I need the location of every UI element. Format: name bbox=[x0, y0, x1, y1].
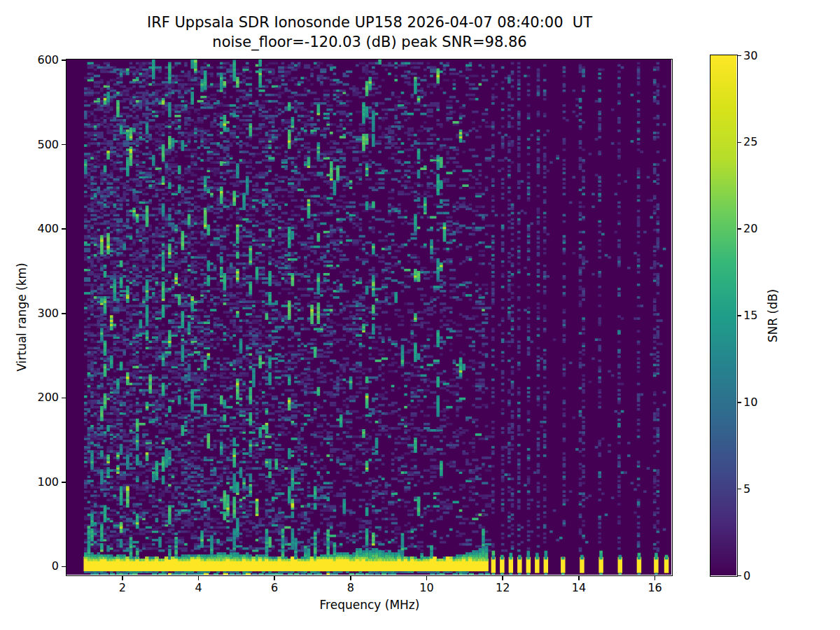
colorbar-tick-label-10: 10 bbox=[743, 396, 757, 410]
colorbar-tick-label-5: 5 bbox=[743, 482, 750, 496]
y-tick-label-100: 100 bbox=[21, 475, 59, 489]
y-tick-mark-200 bbox=[62, 398, 66, 399]
y-tick-mark-500 bbox=[62, 144, 66, 146]
colorbar-tick-label-0: 0 bbox=[743, 569, 750, 583]
x-tick-label-6: 6 bbox=[259, 581, 290, 594]
y-tick-mark-0 bbox=[62, 566, 66, 568]
x-tick-label-10: 10 bbox=[412, 581, 442, 594]
y-tick-mark-100 bbox=[62, 482, 66, 483]
x-tick-label-14: 14 bbox=[564, 581, 594, 594]
colorbar-tick-mark-25 bbox=[737, 142, 741, 144]
colorbar-tick-mark-15 bbox=[737, 315, 741, 316]
x-tick-mark-4 bbox=[198, 575, 200, 580]
colorbar-tick-mark-5 bbox=[737, 489, 741, 490]
x-tick-mark-2 bbox=[122, 575, 123, 580]
y-tick-mark-300 bbox=[62, 313, 66, 314]
colorbar-label: SNR (dB) bbox=[766, 289, 780, 342]
x-tick-mark-8 bbox=[350, 575, 351, 580]
y-tick-label-600: 600 bbox=[21, 53, 59, 67]
x-tick-label-12: 12 bbox=[487, 581, 518, 594]
chart-subtitle: noise_floor=-120.03 (dB) peak SNR=98.86 bbox=[67, 33, 672, 51]
x-tick-mark-16 bbox=[654, 575, 656, 580]
colorbar-tick-label-15: 15 bbox=[743, 309, 757, 323]
colorbar-tick-label-30: 30 bbox=[743, 49, 757, 63]
colorbar-frame bbox=[710, 55, 738, 577]
x-tick-label-16: 16 bbox=[640, 581, 671, 594]
colorbar-tick-label-20: 20 bbox=[743, 222, 757, 236]
x-tick-mark-10 bbox=[426, 575, 428, 580]
plot-frame bbox=[66, 59, 673, 576]
ionogram-heatmap bbox=[66, 59, 671, 575]
y-tick-label-200: 200 bbox=[21, 391, 59, 405]
y-tick-label-500: 500 bbox=[21, 138, 59, 152]
chart-title: IRF Uppsala SDR Ionosonde UP158 2026-04-… bbox=[67, 13, 672, 31]
colorbar-tick-mark-20 bbox=[737, 228, 741, 230]
y-tick-mark-400 bbox=[62, 228, 66, 230]
colorbar-tick-mark-30 bbox=[737, 55, 741, 57]
colorbar-tick-mark-0 bbox=[737, 575, 741, 577]
x-axis-label: Frequency (MHz) bbox=[67, 598, 672, 612]
y-tick-label-300: 300 bbox=[21, 307, 59, 321]
colorbar-gradient bbox=[710, 55, 736, 575]
x-tick-label-8: 8 bbox=[335, 581, 366, 594]
ionogram-figure: IRF Uppsala SDR Ionosonde UP158 2026-04-… bbox=[0, 0, 840, 630]
x-tick-mark-14 bbox=[578, 575, 580, 580]
x-tick-mark-12 bbox=[502, 575, 503, 580]
y-tick-label-0: 0 bbox=[21, 559, 59, 573]
x-tick-label-2: 2 bbox=[107, 581, 138, 594]
y-tick-label-400: 400 bbox=[21, 222, 59, 236]
x-tick-label-4: 4 bbox=[183, 581, 214, 594]
colorbar-tick-mark-10 bbox=[737, 402, 741, 403]
x-tick-mark-6 bbox=[274, 575, 275, 580]
colorbar-tick-label-25: 25 bbox=[743, 135, 757, 149]
y-tick-mark-600 bbox=[62, 59, 66, 61]
